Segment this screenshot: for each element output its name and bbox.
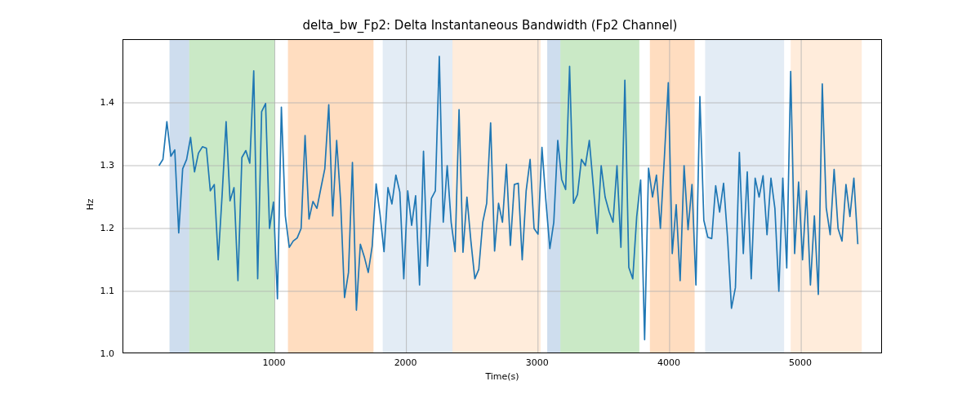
region-span <box>452 40 541 353</box>
x-tick-label: 3000 <box>526 357 549 368</box>
x-tick-label: 4000 <box>657 357 680 368</box>
x-tick-label: 1000 <box>262 357 285 368</box>
region-span <box>650 40 695 353</box>
x-tick-label: 2000 <box>394 357 417 368</box>
y-tick-label: 1.0 <box>0 348 114 359</box>
chart-figure: delta_bw_Fp2: Delta Instantaneous Bandwi… <box>0 0 980 408</box>
y-tick-label: 1.2 <box>0 223 114 233</box>
y-tick-label: 1.1 <box>0 286 114 296</box>
chart-title: delta_bw_Fp2: Delta Instantaneous Bandwi… <box>0 18 980 33</box>
x-tick-label: 5000 <box>789 357 812 368</box>
y-axis-label: Hz <box>82 0 98 408</box>
y-tick-label: 1.3 <box>0 160 114 171</box>
y-tick-label: 1.4 <box>0 97 114 108</box>
chart-axes <box>122 39 882 353</box>
region-span <box>170 40 189 353</box>
region-span <box>547 40 560 353</box>
region-span <box>189 40 275 353</box>
x-axis-label: Time(s) <box>122 371 882 382</box>
chart-svg <box>123 40 882 353</box>
region-span <box>288 40 374 353</box>
